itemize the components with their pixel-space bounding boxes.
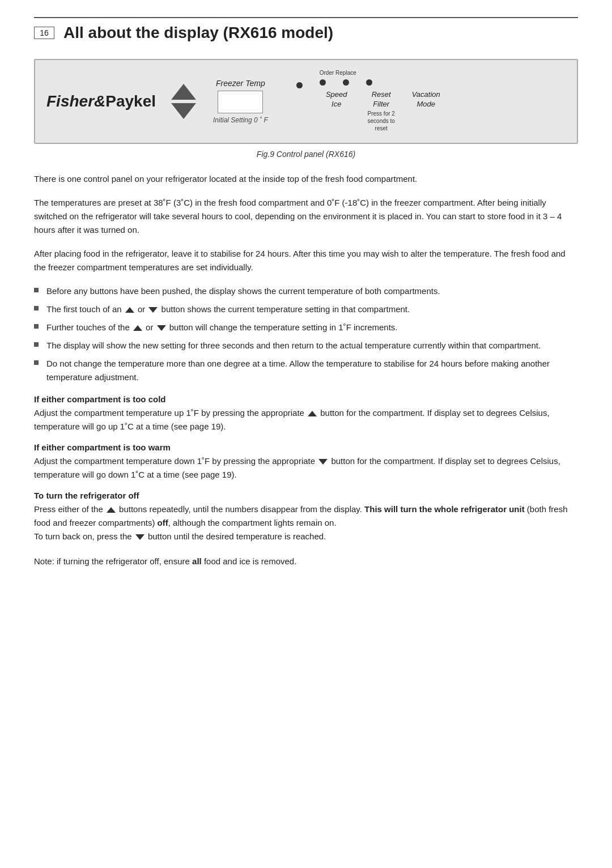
list-item: Before any buttons have been pushed, the… [34, 284, 578, 298]
initial-setting-label: Initial Setting 0 ˚ F [213, 116, 268, 124]
vacation-mode-label: VacationMode [412, 90, 440, 109]
bullet-icon [34, 324, 39, 329]
subsection-too-cold: If either compartment is too cold Adjust… [34, 394, 578, 433]
page-title: All about the display (RX616 model) [63, 24, 333, 42]
freezer-indicator-dot [296, 82, 303, 88]
freezer-temp-section: Freezer Temp Initial Setting 0 ˚ F [213, 79, 268, 124]
control-panel-diagram: Fisher&Paykel Freezer Temp Initial Setti… [34, 59, 578, 144]
bullet-icon [34, 342, 39, 347]
subsection-body-too-warm: Adjust the compartment temperature down … [34, 454, 578, 482]
freezer-temp-label: Freezer Temp [216, 79, 265, 88]
subsection-body-turn-off: Press either of the buttons repeatedly, … [34, 503, 578, 543]
temp-display [218, 91, 263, 113]
reset-filter-dot [343, 79, 349, 86]
list-item: Do not change the temperature more than … [34, 357, 578, 384]
body-para-1: There is one control panel on your refri… [34, 172, 578, 186]
brand-logo: Fisher&Paykel [46, 92, 171, 110]
inline-down-arrow-icon [157, 325, 166, 331]
body-para-2: The temperatures are preset at 38˚F (3˚C… [34, 196, 578, 237]
list-item: The display will show the new setting fo… [34, 339, 578, 352]
page-number: 16 [34, 27, 54, 39]
inline-up-arrow-icon [107, 507, 116, 513]
vacation-mode-dot [366, 79, 372, 86]
reset-filter-label: ResetFilter [372, 90, 391, 109]
inline-up-arrow-icon [125, 307, 134, 313]
press-reset-sublabel: Press for 2seconds to reset [362, 110, 401, 132]
subsection-body-too-cold: Adjust the compartment temperature up 1˚… [34, 406, 578, 433]
bold-text-2: off [158, 518, 168, 527]
speed-ice-dot [320, 79, 326, 86]
arrow-up-icon [171, 84, 196, 100]
body-para-3: After placing food in the refrigerator, … [34, 247, 578, 274]
inline-down-arrow-icon [148, 307, 158, 313]
bullet-list: Before any buttons have been pushed, the… [34, 284, 578, 384]
note-text: Note: if turning the refrigerator off, e… [34, 555, 578, 568]
arrow-down-icon [171, 103, 196, 119]
fig-caption: Fig.9 Control panel (RX616) [34, 150, 578, 159]
inline-down-arrow-icon [135, 534, 144, 540]
page-header: 16 All about the display (RX616 model) [34, 17, 578, 42]
subsection-too-warm: If either compartment is too warm Adjust… [34, 442, 578, 482]
subsection-title-too-warm: If either compartment is too warm [34, 442, 578, 452]
subsection-title-too-cold: If either compartment is too cold [34, 394, 578, 404]
bold-text-1: This will turn the whole refrigerator un… [364, 504, 525, 514]
subsection-turn-off: To turn the refrigerator off Press eithe… [34, 491, 578, 543]
list-item: Further touches of the or button will ch… [34, 321, 578, 334]
speed-ice-label: SpeedIce [326, 90, 347, 109]
note-bold: all [192, 556, 202, 566]
bullet-icon [34, 360, 39, 365]
subsection-title-turn-off: To turn the refrigerator off [34, 491, 578, 500]
inline-up-arrow-icon [308, 411, 317, 416]
inline-up-arrow-icon [133, 325, 142, 331]
bullet-icon [34, 288, 39, 292]
order-replace-label: Order Replace [320, 70, 356, 76]
inline-down-arrow-icon [318, 459, 328, 465]
temp-arrows [171, 84, 196, 119]
bullet-icon [34, 306, 39, 310]
list-item: The first touch of an or button shows th… [34, 303, 578, 316]
